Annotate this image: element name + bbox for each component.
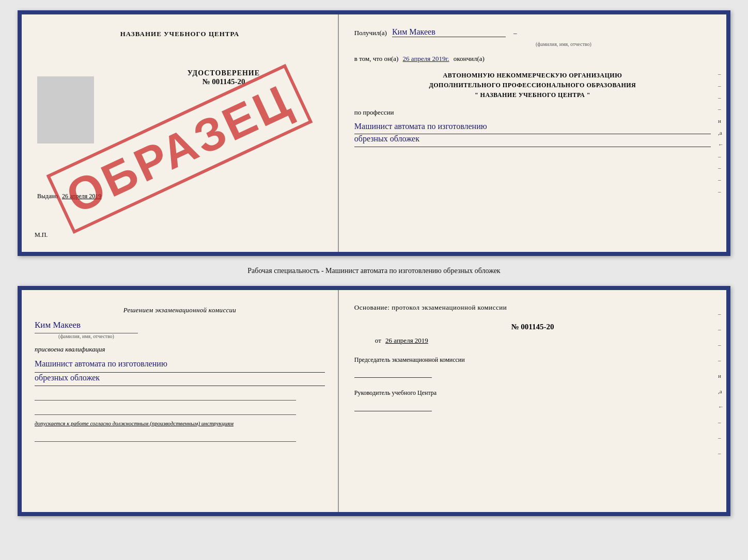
top-document: НАЗВАНИЕ УЧЕБНОГО ЦЕНТРА УДОСТОВЕРЕНИЕ №… (18, 10, 730, 256)
org-line2: ДОПОЛНИТЕЛЬНОГО ПРОФЕССИОНАЛЬНОГО ОБРАЗО… (354, 81, 711, 90)
allowed-text: допускается к работе согласно должностны… (35, 420, 325, 426)
protocol-date-prefix: от (375, 337, 381, 344)
blank-line-1 (35, 390, 296, 401)
protocol-number: № 001145-20 (354, 323, 711, 331)
photo-placeholder (37, 76, 94, 143)
issued-date-value: 26 апреля 2019 (62, 193, 101, 200)
mp-label: М.П. (35, 231, 48, 239)
date-value: 26 апреля 2019г. (403, 55, 449, 62)
qualification-line2: обрезных обложек (35, 370, 325, 386)
chairman-signature-line (354, 367, 432, 378)
qualification-label: присвоена квалификация (35, 345, 325, 354)
side-text-bottom: – – – – и ,а ← – – – (718, 311, 724, 456)
speciality-caption: Рабочая специальность - Машинист автомат… (247, 264, 500, 278)
person-subtitle-top: (фамилия, имя, отчество) (416, 41, 711, 47)
doc2-left-panel: Решением экзаменационной комиссии Ким Ма… (22, 290, 339, 512)
doc2-right-panel: Основание: протокол экзаменационной коми… (339, 290, 726, 512)
person-name-bottom: Ким Макеев (35, 320, 325, 330)
basis-title: Основание: протокол экзаменационной коми… (354, 303, 711, 312)
blank-line-2 (35, 405, 296, 415)
protocol-date-value: 26 апреля 2019 (385, 337, 428, 344)
chairman-label: Председатель экзаменационной комиссии (354, 355, 711, 365)
org-line1: АВТОНОМНУЮ НЕКОММЕРЧЕСКУЮ ОРГАНИЗАЦИЮ (354, 71, 711, 81)
date-line: в том, что он(а) 26 апреля 2019г. окончи… (354, 55, 711, 63)
director-signature-line (354, 401, 432, 411)
profession-label: по профессии (354, 108, 711, 117)
cert-number: № 001145-20 (122, 77, 325, 86)
person-subtitle-bottom: (фамилия, имя, отчество) (35, 333, 138, 339)
received-prefix: Получил(а) (354, 29, 387, 37)
doc1-right-panel: Получил(а) Ким Макеев – (фамилия, имя, о… (339, 14, 726, 252)
date-prefix: в том, что он(а) (354, 55, 399, 62)
bottom-document: Решением экзаменационной комиссии Ким Ма… (18, 286, 730, 516)
org-line3: " НАЗВАНИЕ УЧЕБНОГО ЦЕНТРА " (354, 90, 711, 100)
person-name-top: Ким Макеев (392, 27, 495, 37)
commission-title: Решением экзаменационной комиссии (35, 306, 325, 315)
chairman-block: Председатель экзаменационной комиссии (354, 355, 711, 378)
blank-line-3 (35, 431, 296, 442)
date-suffix: окончил(а) (454, 55, 485, 62)
doc1-training-center: НАЗВАНИЕ УЧЕБНОГО ЦЕНТРА (35, 30, 325, 38)
side-text-top: – – – – и ,а ← – – – – (718, 69, 724, 197)
received-line: Получил(а) Ким Макеев – (354, 27, 711, 37)
director-block: Руководитель учебного Центра (354, 388, 711, 411)
watermark-overlay: ОБРАЗЕЦ (22, 30, 338, 267)
issued-prefix: Выдано (37, 193, 58, 200)
protocol-date: от 26 апреля 2019 (375, 337, 711, 345)
profession-line2: обрезных обложек (354, 132, 711, 147)
org-block: АВТОНОМНУЮ НЕКОММЕРЧЕСКУЮ ОРГАНИЗАЦИЮ ДО… (354, 71, 711, 101)
doc1-left-panel: НАЗВАНИЕ УЧЕБНОГО ЦЕНТРА УДОСТОВЕРЕНИЕ №… (22, 14, 339, 252)
cert-label: УДОСТОВЕРЕНИЕ (122, 69, 325, 77)
director-label: Руководитель учебного Центра (354, 388, 711, 398)
issued-date: Выдано 26 апреля 2019 (37, 193, 101, 200)
